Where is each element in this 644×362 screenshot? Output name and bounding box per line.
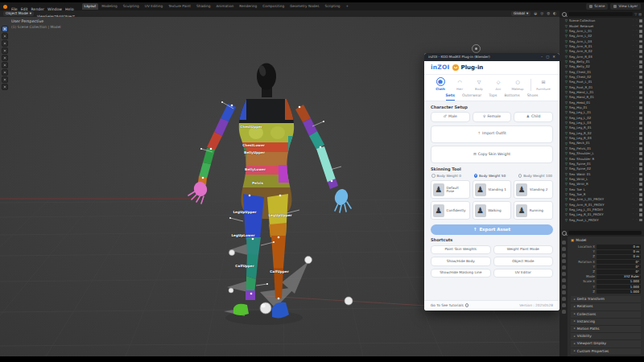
transform-value-field[interactable]: 0 m — [597, 255, 641, 259]
sub-tab[interactable]: Outerwear — [462, 94, 481, 101]
export-asset-button[interactable]: ↑Export Asset — [431, 224, 553, 235]
properties-search-input[interactable] — [568, 231, 642, 235]
selection-checkbox[interactable] — [639, 127, 642, 130]
workspace-tab[interactable]: Shading — [194, 3, 213, 9]
shortcut-button[interactable]: Show/Hide Body — [431, 257, 491, 266]
visibility-icons[interactable]: · · — [633, 132, 638, 135]
visibility-icons[interactable]: · · — [633, 137, 638, 140]
visibility-icons[interactable]: · · — [633, 40, 638, 43]
visibility-icons[interactable]: · · — [633, 208, 638, 212]
character-model[interactable] — [153, 52, 394, 334]
visibility-icons[interactable]: · · — [633, 50, 638, 53]
properties-tab[interactable] — [562, 278, 566, 282]
workspace-tab[interactable]: Scripting — [322, 3, 342, 9]
selection-checkbox[interactable] — [639, 147, 642, 150]
selection-checkbox[interactable] — [639, 183, 642, 186]
visibility-icons[interactable]: · · — [633, 198, 638, 201]
transform-value-field[interactable]: 1.000 — [597, 285, 641, 289]
selection-checkbox[interactable] — [639, 35, 642, 38]
visibility-icons[interactable]: · · — [633, 56, 638, 59]
visibility-icons[interactable]: · · — [633, 45, 638, 48]
workspace-tab[interactable]: Compositing — [260, 3, 287, 9]
selection-checkbox[interactable] — [639, 86, 642, 89]
selection-checkbox[interactable] — [639, 198, 642, 201]
tool-button[interactable] — [2, 76, 8, 83]
visibility-icons[interactable]: · · — [633, 121, 638, 125]
properties-tab[interactable] — [562, 285, 566, 289]
import-outfit-button[interactable]: ↑Import Outfit — [431, 125, 553, 143]
visibility-icons[interactable]: · · — [633, 127, 638, 130]
visibility-icons[interactable]: · · — [633, 25, 638, 28]
visibility-icons[interactable]: · · — [633, 173, 638, 176]
shortcut-button[interactable]: Weight Paint Mode — [493, 245, 554, 255]
transform-value-field[interactable]: 0 m — [597, 245, 641, 249]
tool-button[interactable] — [2, 69, 8, 76]
selection-checkbox[interactable] — [639, 167, 642, 171]
selection-checkbox[interactable] — [639, 50, 642, 53]
maximize-button[interactable]: ▢ — [546, 56, 549, 59]
properties-tab[interactable] — [562, 310, 566, 314]
gender-button[interactable]: ♟Child — [514, 112, 553, 122]
body-weight-radio[interactable]: Body Weight 100 — [518, 174, 552, 178]
workspace-tab[interactable]: Sculpting — [121, 3, 142, 9]
transform-value-field[interactable]: 0° — [597, 269, 641, 274]
blender-logo-icon[interactable] — [3, 5, 7, 9]
shortcut-button[interactable]: Paint Skin Weights — [431, 245, 491, 255]
orientation-dropdown[interactable]: Global▾ — [511, 11, 530, 16]
visibility-icons[interactable]: · · — [633, 117, 638, 120]
selection-checkbox[interactable] — [639, 162, 642, 166]
pose-card[interactable]: ♟Running — [514, 201, 553, 220]
workspace-tab[interactable]: Rendering — [237, 3, 259, 9]
selection-checkbox[interactable] — [639, 30, 642, 33]
selection-checkbox[interactable] — [639, 121, 642, 125]
visibility-icons[interactable]: · · — [633, 60, 638, 64]
pose-card[interactable]: ♟Walking — [473, 201, 512, 220]
tool-button[interactable] — [2, 62, 8, 68]
selection-checkbox[interactable] — [639, 158, 642, 161]
selection-checkbox[interactable] — [639, 106, 642, 109]
tutorials-link[interactable]: Go To See Tutorialsi — [431, 303, 469, 307]
selection-checkbox[interactable] — [639, 19, 642, 23]
mode-dropdown[interactable]: Object Mode▾ — [3, 11, 34, 16]
workspace-tab[interactable]: Modeling — [99, 3, 120, 9]
sub-tab[interactable]: Tops — [489, 94, 497, 101]
selection-checkbox[interactable] — [639, 137, 642, 140]
pose-card[interactable]: ♟Confidently — [431, 201, 470, 220]
section-header[interactable]: Collections — [571, 311, 641, 319]
visibility-icons[interactable]: · · — [633, 193, 638, 196]
gender-button[interactable]: ♀Female — [473, 112, 512, 122]
selection-checkbox[interactable] — [639, 45, 642, 48]
shortcut-button[interactable]: Show/Hide Masking Line — [431, 269, 491, 278]
selection-checkbox[interactable] — [639, 132, 642, 135]
shortcut-button[interactable]: Object Mode — [493, 257, 554, 266]
properties-tab[interactable] — [562, 272, 566, 276]
visibility-icons[interactable]: · · — [633, 86, 638, 89]
visibility-icons[interactable]: · · — [633, 101, 638, 105]
section-header[interactable]: Custom Properties — [571, 348, 641, 356]
properties-tab[interactable] — [562, 297, 566, 301]
scene-selector[interactable]: Scene — [586, 3, 608, 9]
tool-button[interactable] — [2, 47, 8, 54]
selection-checkbox[interactable] — [639, 112, 642, 115]
selection-checkbox[interactable] — [639, 56, 642, 59]
pose-card[interactable]: ♟Standing 1 — [473, 180, 512, 199]
minimize-button[interactable]: – — [541, 56, 543, 59]
selection-checkbox[interactable] — [639, 213, 642, 216]
tool-button[interactable] — [2, 26, 8, 32]
tool-button[interactable] — [2, 84, 8, 90]
properties-tab[interactable] — [562, 241, 566, 245]
properties-tab[interactable] — [562, 253, 566, 257]
visibility-icons[interactable]: · · — [633, 213, 638, 216]
selection-checkbox[interactable] — [639, 60, 642, 64]
outliner-search-input[interactable] — [568, 12, 633, 16]
visibility-icons[interactable]: · · — [633, 91, 638, 94]
visibility-icons[interactable]: · · — [633, 147, 638, 150]
selection-checkbox[interactable] — [639, 188, 642, 191]
category-tab[interactable]: ◇Acc — [490, 77, 507, 90]
properties-tab[interactable] — [562, 247, 566, 251]
tool-button[interactable] — [2, 33, 8, 39]
selection-checkbox[interactable] — [639, 152, 642, 155]
selection-checkbox[interactable] — [639, 208, 642, 212]
navigation-gizmo[interactable] — [472, 44, 481, 53]
transform-value-field[interactable]: 1.000 — [597, 290, 641, 294]
